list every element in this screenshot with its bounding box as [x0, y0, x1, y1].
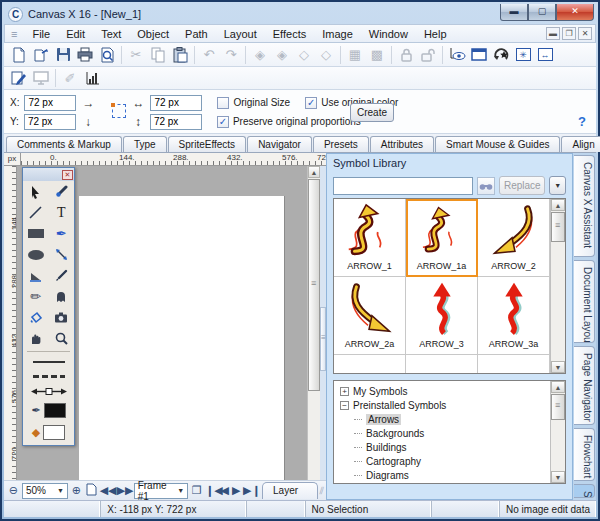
bring-forward-icon[interactable]: ◇ [315, 45, 337, 65]
ellipse-tool[interactable] [23, 244, 49, 265]
canvas-vertical-scrollbar[interactable]: ▲ [307, 166, 320, 480]
paint-object-tool[interactable] [23, 307, 49, 328]
zoom-out-icon[interactable]: ⊖ [7, 484, 20, 497]
mdi-restore-button[interactable]: ❐ [562, 27, 576, 40]
scroll-down-icon[interactable]: ▼ [551, 471, 565, 483]
pen-tool[interactable]: ✒ [49, 223, 75, 244]
symbol-cell-arrow-2a[interactable]: ARROW_2a [334, 277, 406, 355]
menu-path[interactable]: Path [177, 26, 216, 42]
original-size-checkbox-box[interactable] [217, 97, 229, 109]
ungroup-icon[interactable]: ▩ [366, 45, 388, 65]
brush-tool[interactable] [49, 181, 75, 202]
tab-comments-markup[interactable]: Comments & Markup [6, 136, 122, 152]
use-original-color-checkbox-box[interactable]: ✓ [305, 97, 317, 109]
symbol-cell-arrow-3[interactable]: ARROW_3 [406, 277, 478, 355]
preserve-proportions-checkbox-box[interactable]: ✓ [217, 116, 229, 128]
ghost-tool[interactable] [49, 286, 75, 307]
menu-edit[interactable]: Edit [58, 26, 93, 42]
height-input[interactable] [150, 114, 202, 130]
mdi-minimize-button[interactable]: ▬ [546, 27, 560, 40]
layer-tab[interactable]: Layer #1 [262, 482, 318, 499]
object-visibility-icon[interactable] [446, 45, 468, 65]
undo-icon[interactable]: ↶ [198, 45, 220, 65]
hand-tool[interactable] [23, 328, 49, 349]
x-input[interactable] [24, 95, 76, 111]
symbol-update-icon[interactable] [490, 45, 512, 65]
cut-icon[interactable]: ✂ [125, 45, 147, 65]
tab-align[interactable]: Align [561, 136, 600, 152]
bring-to-front-icon[interactable]: ◈ [271, 45, 293, 65]
symbol-cell-arrow-3a[interactable]: ARROW_3a [478, 277, 550, 355]
ruler-unit[interactable]: px [4, 153, 21, 165]
tree-scroll-thumb[interactable] [551, 394, 565, 420]
menu-text[interactable]: Text [93, 26, 129, 42]
duplicate-layer-icon[interactable]: ❐ [190, 484, 203, 497]
tab-presets[interactable]: Presets [313, 136, 369, 152]
symbol-cell-arrow-1a[interactable]: ARROW_1a [406, 199, 478, 277]
new-document-icon[interactable] [8, 45, 30, 65]
grid-scroll-thumb[interactable] [551, 212, 565, 242]
previous-frames-icon[interactable]: ◀◀ [100, 484, 115, 497]
tab-attributes[interactable]: Attributes [370, 136, 434, 152]
arrow-ends-style[interactable] [23, 384, 74, 399]
save-icon[interactable] [52, 45, 74, 65]
next-frames-icon[interactable]: ▶▶ [117, 484, 132, 497]
scroll-up-icon[interactable]: ▲ [308, 166, 320, 178]
tab-spriteeffects[interactable]: SpriteEffects [168, 136, 247, 152]
eyedropper-tool[interactable] [49, 265, 75, 286]
panel-splitter[interactable] [320, 166, 326, 480]
screen-layout-icon[interactable] [468, 45, 490, 65]
tree-item-diagrams[interactable]: Diagrams [340, 468, 550, 482]
canvas[interactable]: ✕ T ✒ ✏ [17, 166, 307, 480]
menu-image[interactable]: Image [314, 26, 361, 42]
tab-document-layout[interactable]: Document Layout [574, 260, 595, 343]
redo-icon[interactable]: ↷ [220, 45, 242, 65]
tree-item-electrical[interactable]: Electrical [340, 482, 550, 483]
help-button[interactable]: ? [578, 114, 586, 129]
send-backward-icon[interactable]: ◇ [293, 45, 315, 65]
splitter-grip-handle[interactable] [320, 307, 326, 371]
zoom-in-icon[interactable]: ⊕ [70, 484, 83, 497]
last-layer-icon[interactable]: ▶❙ [243, 484, 256, 497]
original-size-checkbox[interactable]: Original Size [217, 97, 290, 109]
tree-item-cartography[interactable]: Cartography [340, 454, 550, 468]
palette-close-icon[interactable]: ✕ [62, 170, 73, 180]
print-preview-icon[interactable] [96, 45, 118, 65]
rectangle-tool[interactable] [23, 223, 49, 244]
collapse-icon[interactable]: − [340, 401, 349, 410]
symbol-cell-arrow-1[interactable]: ARROW_1 [334, 199, 406, 277]
preserve-proportions-checkbox[interactable]: ✓ Preserve original proportions [217, 116, 361, 128]
tree-item-backgrounds[interactable]: Backgrounds [340, 426, 550, 440]
scroll-up-icon[interactable]: ▲ [551, 381, 565, 393]
tab-flowchart[interactable]: Flowchart [574, 428, 595, 481]
open-document-icon[interactable] [30, 45, 52, 65]
resize-grip[interactable]: ⫽ [320, 485, 323, 497]
first-layer-icon[interactable]: ❙◀ [205, 484, 218, 497]
edit-content-icon[interactable] [8, 68, 30, 88]
monitor-icon[interactable] [30, 68, 52, 88]
tab-page-navigator[interactable]: Page Navigator [574, 346, 595, 425]
next-layer-icon[interactable]: ▶ [232, 484, 241, 497]
menu-help[interactable]: Help [416, 26, 455, 42]
pen-options-icon[interactable]: ✐ [59, 68, 81, 88]
scroll-up-icon[interactable]: ▲ [551, 199, 565, 211]
fill-color-swatch[interactable] [43, 425, 65, 440]
tree-item-arrows[interactable]: Arrows [340, 412, 550, 426]
chart-icon[interactable] [81, 68, 103, 88]
create-button[interactable]: Create [350, 103, 394, 122]
tab-smart-mouse-guides[interactable]: Smart Mouse & Guides [435, 136, 560, 152]
symbol-grid-scrollbar[interactable]: ▲ ▼ [550, 199, 565, 373]
symbol-cell-partial[interactable] [334, 355, 406, 373]
tree-item-preinstalled[interactable]: − Preinstalled Symbols [340, 398, 550, 412]
tab-type[interactable]: Type [123, 136, 167, 152]
stroke-color-well[interactable]: ✒ [23, 399, 74, 421]
menu-object[interactable]: Object [129, 26, 177, 42]
marker-tool[interactable]: ✏ [23, 286, 49, 307]
dimensioning-tool[interactable] [49, 244, 75, 265]
tab-symbol-library[interactable]: Symbol Library [574, 484, 595, 498]
symbol-cell-partial[interactable] [406, 355, 478, 373]
symbol-cell-arrow-2[interactable]: ARROW_2 [478, 199, 550, 277]
paste-icon[interactable] [169, 45, 191, 65]
stroke-style-solid[interactable] [23, 354, 74, 369]
tree-scrollbar[interactable]: ▲ ▼ [550, 381, 565, 483]
